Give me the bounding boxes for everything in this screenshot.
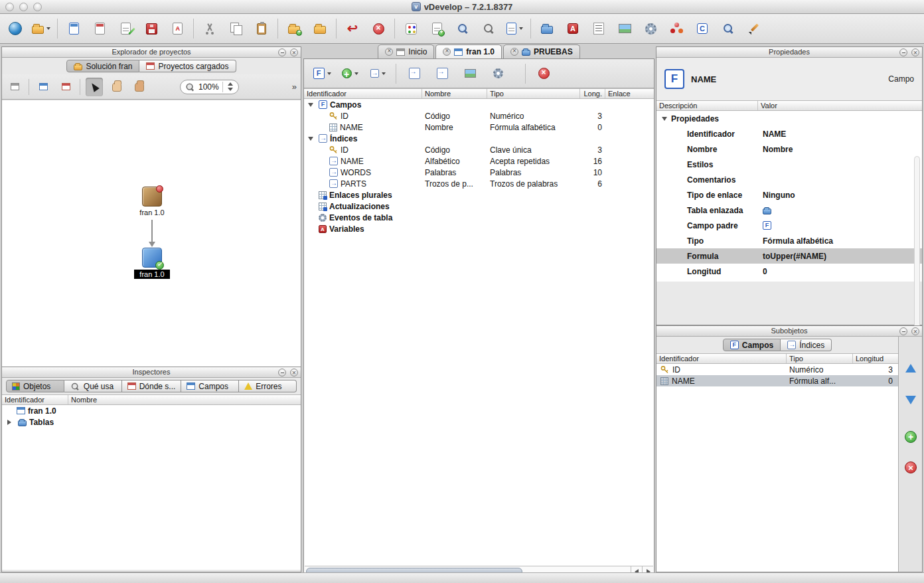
- collapse-triangle-icon[interactable]: [308, 103, 313, 107]
- column-longitud[interactable]: Longitud: [853, 354, 898, 363]
- add-index-button[interactable]: [404, 63, 424, 84]
- titlebar[interactable]: v vDevelop – 7.2.1.8377: [0, 0, 924, 14]
- prop-row-comentarios[interactable]: Comentarios: [656, 172, 922, 187]
- add-subobject-button[interactable]: [903, 430, 918, 444]
- tab-errores[interactable]: Errores: [239, 380, 297, 392]
- tree-row-project[interactable]: fran 1.0: [2, 405, 301, 416]
- select-tool-button[interactable]: [86, 78, 103, 96]
- report-button[interactable]: A: [167, 17, 187, 40]
- open-solution-button[interactable]: [31, 17, 51, 40]
- project-gallery-button[interactable]: [537, 17, 557, 40]
- tree-group-enlaces-plurales[interactable]: Enlaces plurales: [304, 189, 654, 201]
- prop-row-campo-padre[interactable]: Campo padre: [656, 218, 922, 233]
- close-window-button[interactable]: [5, 3, 14, 11]
- project-node-instance[interactable]: fran 1.0: [131, 248, 173, 279]
- tree-group-variables[interactable]: Variables: [304, 223, 654, 234]
- close-panel-button[interactable]: [290, 369, 298, 376]
- stop-button[interactable]: [368, 17, 388, 40]
- collapse-triangle-icon[interactable]: [662, 117, 667, 121]
- add-object-button[interactable]: [427, 17, 447, 40]
- save-button[interactable]: [141, 17, 161, 40]
- tab-inicio[interactable]: Inicio: [378, 44, 434, 58]
- prop-value[interactable]: Fórmula alfabética: [758, 236, 922, 246]
- project-canvas[interactable]: fran 1.0 fran 1.0: [2, 100, 301, 367]
- close-tab-icon[interactable]: [443, 48, 451, 56]
- prop-group-propiedades[interactable]: Propiedades: [656, 111, 922, 126]
- tab-que-usa[interactable]: Qué usa: [64, 380, 122, 392]
- global-search-button[interactable]: [718, 17, 738, 40]
- undock-panel-button[interactable]: [899, 327, 907, 335]
- close-panel-button[interactable]: [911, 48, 919, 56]
- zoom-stepper[interactable]: [226, 82, 234, 91]
- undock-panel-button[interactable]: [899, 48, 907, 56]
- delete-subobject-button[interactable]: [903, 460, 918, 475]
- show-instances-button[interactable]: [57, 78, 74, 96]
- column-identificador[interactable]: Identificador: [2, 395, 68, 404]
- move-down-button[interactable]: [903, 392, 918, 407]
- debugger-button[interactable]: [666, 17, 686, 40]
- prop-value[interactable]: NAME: [758, 129, 922, 139]
- view-diagram-button[interactable]: [460, 63, 480, 84]
- constants-button[interactable]: [692, 17, 712, 40]
- execute-button[interactable]: [5, 17, 25, 40]
- prop-value[interactable]: Ninguno: [758, 191, 922, 200]
- zoom-window-button[interactable]: [33, 3, 42, 11]
- settings-button[interactable]: [641, 17, 660, 40]
- prop-row-longitud[interactable]: Longitud 0: [656, 264, 922, 279]
- table-events-button[interactable]: [488, 63, 508, 84]
- column-nombre[interactable]: Nombre: [422, 89, 487, 98]
- new-object-menu-button[interactable]: [504, 17, 524, 40]
- undock-panel-button[interactable]: [278, 48, 286, 56]
- tree-group-indices[interactable]: Índices: [304, 133, 654, 144]
- new-project-button[interactable]: [64, 17, 84, 40]
- tree-row-tablas[interactable]: Tablas: [2, 416, 301, 428]
- column-identificador[interactable]: Identificador: [304, 89, 422, 98]
- tab-pruebas[interactable]: PRUEBAS: [503, 44, 580, 58]
- tab-fran-1-0[interactable]: fran 1.0: [435, 44, 502, 58]
- prop-row-formula[interactable]: Formula toUpper(#NAME): [656, 248, 922, 264]
- goto-index-button[interactable]: [432, 63, 452, 84]
- prop-row-tabla-enlazada[interactable]: Tabla enlazada: [656, 203, 922, 218]
- linked-table-icon[interactable]: [763, 208, 771, 214]
- close-panel-button[interactable]: [290, 48, 298, 56]
- undo-button[interactable]: ↩: [343, 17, 362, 40]
- find-button[interactable]: [479, 17, 499, 40]
- minimize-window-button[interactable]: [19, 3, 28, 11]
- images-button[interactable]: [615, 17, 635, 40]
- copy-button[interactable]: [226, 17, 246, 40]
- pan-tool-button[interactable]: [108, 78, 125, 96]
- column-valor[interactable]: Valor: [758, 101, 922, 110]
- prop-row-informacion[interactable]: Información: [656, 279, 922, 282]
- overflow-chevron-icon[interactable]: [292, 82, 297, 92]
- close-tab-icon[interactable]: [385, 48, 393, 56]
- column-long[interactable]: Long.: [580, 89, 605, 98]
- add-subobject-button[interactable]: [340, 63, 360, 84]
- column-descripcion[interactable]: Descripción: [656, 101, 758, 110]
- collapse-triangle-icon[interactable]: [308, 137, 313, 141]
- grab-tool-button[interactable]: [131, 78, 148, 96]
- tree-group-campos[interactable]: Campos: [304, 99, 654, 110]
- zoom-button[interactable]: [453, 17, 473, 40]
- add-instance-button[interactable]: [284, 17, 304, 40]
- prop-value-formula[interactable]: toUpper(#NAME): [758, 252, 922, 261]
- prop-row-identificador[interactable]: Identificador NAME: [656, 126, 922, 141]
- tree-row-field-id[interactable]: ID Código Numérico 3: [304, 110, 654, 122]
- variables-button[interactable]: [563, 17, 583, 40]
- tab-solucion-fran[interactable]: Solución fran: [66, 60, 139, 72]
- project-node-source[interactable]: fran 1.0: [131, 187, 173, 216]
- edit-object-button[interactable]: [116, 17, 135, 40]
- tree-row-field-name[interactable]: NAME Nombre Fórmula alfabética 0: [304, 122, 654, 133]
- tab-donde-se-usa[interactable]: Dónde s...: [122, 380, 182, 392]
- expand-triangle-icon[interactable]: [7, 420, 11, 425]
- new-table-button[interactable]: [90, 17, 110, 40]
- tab-proyectos-cargados[interactable]: Proyectos cargados: [139, 60, 236, 72]
- styles-button[interactable]: [401, 17, 421, 40]
- show-projects-button[interactable]: [35, 78, 52, 96]
- prop-row-tipo-de-enlace[interactable]: Tipo de enlace Ninguno: [656, 187, 922, 203]
- zoom-control[interactable]: 100%: [180, 80, 239, 94]
- undock-panel-button[interactable]: [278, 369, 286, 376]
- column-tipo[interactable]: Tipo: [487, 89, 580, 98]
- new-view-button[interactable]: [6, 78, 23, 96]
- tab-indices[interactable]: Índices: [781, 339, 832, 351]
- column-nombre[interactable]: Nombre: [68, 395, 301, 404]
